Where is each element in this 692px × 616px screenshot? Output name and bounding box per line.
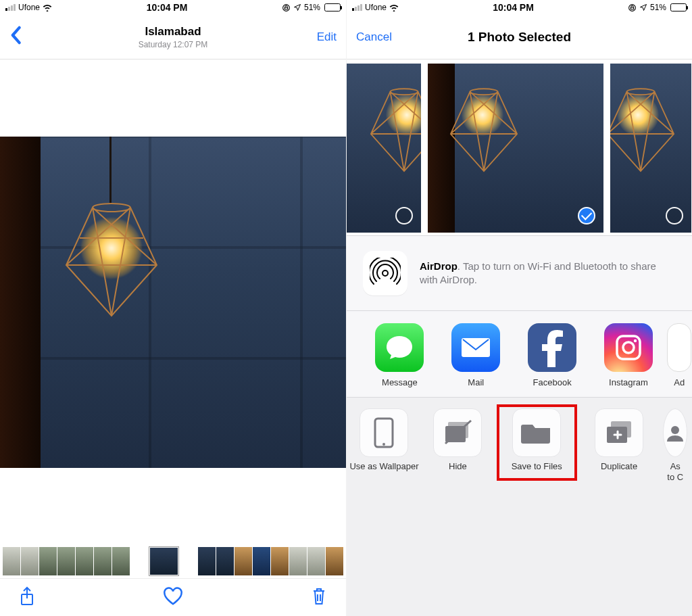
heart-icon — [163, 587, 183, 606]
action-hide[interactable]: Hide — [422, 408, 494, 482]
app-label: Ad — [666, 377, 692, 387]
svg-point-5 — [470, 89, 497, 95]
share-thumb[interactable] — [347, 64, 421, 233]
app-label: Instagram — [591, 377, 667, 387]
edit-button[interactable]: Edit — [282, 30, 337, 44]
hide-icon — [433, 408, 482, 457]
orientation-lock-icon — [628, 3, 637, 12]
action-assign-to-contact[interactable]: Asto C — [659, 408, 693, 482]
svg-point-19 — [671, 426, 679, 434]
folder-icon — [512, 408, 561, 457]
chevron-left-icon — [9, 26, 22, 45]
svg-point-4 — [390, 89, 418, 95]
wallpaper-icon — [360, 408, 408, 457]
battery-percent: 51% — [650, 3, 666, 12]
carrier-label: Ufone — [18, 3, 40, 12]
share-app-message[interactable]: Message — [362, 323, 438, 387]
signal-icon — [352, 4, 362, 11]
back-button[interactable] — [9, 26, 64, 48]
photo-content — [0, 137, 346, 468]
share-sheet-screen: Ufone 10:04 PM 51% Cancel 1 Photo Select… — [346, 0, 692, 616]
location-icon — [639, 3, 647, 11]
photo-datetime: Saturday 12:07 PM — [64, 40, 282, 49]
action-use-as-wallpaper[interactable]: Use as Wallpaper — [347, 408, 422, 482]
more-icon — [667, 323, 691, 372]
share-apps-row[interactable]: Message Mail Facebook Instagram — [347, 311, 692, 397]
delete-button[interactable] — [311, 586, 327, 609]
share-icon — [19, 586, 35, 607]
trash-icon — [311, 586, 327, 607]
share-app-mail[interactable]: Mail — [438, 323, 514, 387]
share-actions-row[interactable]: Use as Wallpaper Hide Save to Files Du — [347, 398, 692, 488]
action-label: Asto C — [659, 461, 693, 482]
favorite-button[interactable] — [163, 587, 183, 609]
svg-point-7 — [382, 270, 388, 276]
status-bar: Ufone 10:04 PM 51% — [347, 0, 692, 15]
svg-point-13 — [382, 443, 385, 446]
app-label: Mail — [438, 377, 514, 387]
photo-nav-bar: Islamabad Saturday 12:07 PM Edit — [0, 15, 346, 60]
facebook-icon — [528, 323, 576, 372]
svg-point-11 — [634, 339, 637, 342]
share-title: 1 Photo Selected — [417, 30, 622, 45]
share-app-more[interactable]: Ad — [666, 323, 692, 387]
scrubber-current[interactable] — [149, 547, 178, 575]
duplicate-icon — [595, 408, 643, 457]
svg-point-10 — [623, 342, 634, 353]
share-nav-bar: Cancel 1 Photo Selected — [347, 15, 692, 60]
battery-icon — [324, 3, 341, 11]
action-label: Hide — [422, 461, 494, 472]
selection-indicator[interactable] — [666, 207, 683, 224]
photo-detail-screen: Ufone 10:04 PM 51% Islamabad Saturday 12… — [0, 0, 346, 616]
share-app-instagram[interactable]: Instagram — [591, 323, 667, 387]
svg-rect-9 — [617, 336, 640, 359]
battery-percent: 51% — [304, 3, 320, 12]
share-sheet-body: AirDrop. Tap to turn on Wi-Fi and Blueto… — [347, 235, 692, 616]
svg-point-6 — [626, 89, 654, 95]
app-label: Message — [362, 377, 438, 387]
battery-icon — [670, 3, 687, 11]
wifi-icon — [43, 4, 52, 11]
photo-toolbar — [0, 578, 346, 616]
selection-indicator-checked[interactable] — [578, 207, 595, 224]
airdrop-name: AirDrop — [420, 260, 458, 272]
action-label: Use as Wallpaper — [347, 461, 422, 472]
location-icon — [293, 3, 301, 11]
photo-viewport[interactable] — [0, 60, 346, 544]
action-duplicate[interactable]: Duplicate — [580, 408, 659, 482]
share-app-facebook[interactable]: Facebook — [514, 323, 591, 387]
airdrop-text: AirDrop. Tap to turn on Wi-Fi and Blueto… — [420, 260, 656, 287]
action-label: Save to Files — [494, 461, 580, 472]
contact-icon — [663, 408, 687, 457]
selection-indicator[interactable] — [395, 207, 413, 224]
photo-scrubber[interactable] — [0, 544, 346, 578]
action-save-to-files[interactable]: Save to Files — [494, 408, 580, 482]
share-thumb[interactable] — [610, 64, 691, 233]
svg-point-1 — [93, 204, 130, 212]
mail-icon — [451, 323, 500, 372]
photo-location-title: Islamabad — [64, 25, 282, 39]
instagram-icon — [604, 323, 653, 372]
airdrop-icon — [363, 251, 407, 295]
cancel-button[interactable]: Cancel — [356, 30, 417, 44]
message-icon — [375, 323, 424, 372]
status-time: 10:04 PM — [147, 2, 188, 13]
carrier-label: Ufone — [365, 3, 387, 12]
wifi-icon — [389, 4, 399, 11]
share-photo-strip[interactable] — [347, 60, 692, 235]
action-label: Duplicate — [580, 461, 659, 472]
orientation-lock-icon — [282, 3, 291, 12]
airdrop-row[interactable]: AirDrop. Tap to turn on Wi-Fi and Blueto… — [347, 236, 692, 310]
lamp-illustration — [61, 191, 162, 319]
app-label: Facebook — [514, 377, 591, 387]
svg-rect-12 — [375, 419, 393, 447]
share-thumb-selected[interactable] — [428, 64, 603, 233]
status-time: 10:04 PM — [493, 2, 534, 13]
status-bar: Ufone 10:04 PM 51% — [0, 0, 346, 15]
share-button[interactable] — [19, 586, 35, 609]
signal-icon — [5, 4, 16, 11]
